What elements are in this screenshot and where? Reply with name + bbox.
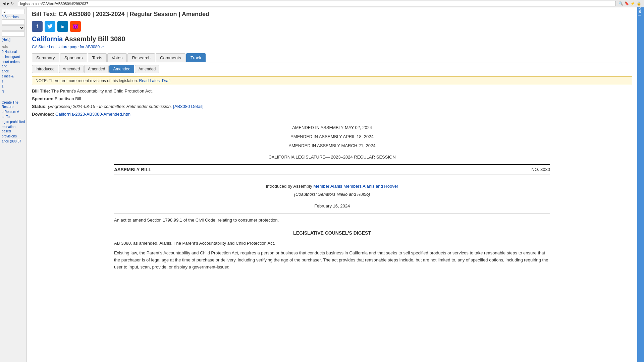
sidebar-searches-link[interactable]: 0 Searches [2,15,25,19]
browser-url-bar[interactable]: legiscan.com/CA/text/AB3080/id/2992037 [18,1,616,6]
sidebar-trending-court[interactable]: court orders and [2,60,25,68]
tab-texts[interactable]: Texts [88,53,107,62]
sidebar-trending-title: nds [2,45,25,49]
tab-research[interactable]: Research [127,53,155,62]
sidebar-bottom-7[interactable]: provisions [2,134,25,138]
spectrum-label: Spectrum: [32,96,53,101]
right-sidebar: Track [637,7,644,362]
sidebar-trending-ance[interactable]: ance [2,69,25,73]
download-link[interactable]: California-2023-AB3080-Amended.html [55,112,131,117]
intro-line-1: Introduced by Assembly Member Alanis Mem… [114,183,550,190]
amended-line-3: AMENDED IN ASSEMBLY MARCH 21, 2024 [114,142,550,149]
sidebar-trending-immigrant[interactable]: al immigrant [2,55,25,59]
sidebar-bottom-2[interactable]: o Restore A [2,110,25,114]
status-row: Status: (Engrossed) 2024-08-15 - In comm… [32,104,632,109]
facebook-share-button[interactable]: f [32,21,43,32]
spectrum-row: Spectrum: Bipartisan Bill [32,96,632,101]
sidebar-trending-s[interactable]: s [2,79,25,83]
bill-title-row: Bill Title: The Parent's Accountability … [32,88,632,94]
subtab-introduced[interactable]: Introduced [32,65,58,73]
sidebar-bottom-8[interactable]: ance (808 57 [2,139,25,143]
twitter-share-button[interactable] [45,21,55,32]
bill-document: AMENDED IN ASSEMBLY MAY 02, 2024 AMENDED… [114,124,550,270]
sidebar-trending-num[interactable]: 1 [2,84,25,88]
reddit-share-button[interactable]: 👿 [70,21,81,32]
bill-number-text: Assembly Bill 3080 [63,35,125,43]
tab-votes[interactable]: Votes [107,53,127,62]
subtab-amended-1[interactable]: Amended [59,65,84,73]
browser-forward-icon[interactable]: ▶ [7,1,9,6]
linkedin-share-button[interactable]: in [57,21,68,32]
tab-track[interactable]: Track [186,53,206,62]
members2-link[interactable]: Members Alanis and Hoover [343,184,398,189]
legislature-line: CALIFORNIA LEGISLATURE— 2023–2024 REGULA… [114,154,550,161]
main-tabs: Summary Sponsors Texts Votes Research Co… [32,53,632,62]
subtab-amended-4[interactable]: Amended [135,65,159,73]
sidebar-trending-section: nds 0 National al immigrant court orders… [2,45,25,94]
digest-line-1: AB 3080, as amended, Alanis. The Parent'… [114,240,550,247]
ab3080-detail-link[interactable]: [AB3080 Detail] [173,104,203,109]
page-title: Bill Text: CA AB3080 | 2023-2024 | Regul… [32,11,632,18]
sidebar-trending-rs[interactable]: rs [2,89,25,94]
bill-title-text: The Parent's Accountability and Child Pr… [51,88,153,94]
left-sidebar: 0 Searches [Help] nds 0 National al immi… [0,7,27,362]
separator-2 [114,213,550,214]
sidebar-select[interactable] [2,25,25,31]
main-content: Bill Text: CA AB3080 | 2023-2024 | Regul… [27,7,637,362]
coauthors-line: (Coauthors: Senators Niello and Rubio) [114,191,550,198]
track-sidebar-label[interactable]: Track [637,7,641,20]
note-bar: NOTE: There are more recent revisions of… [32,76,632,85]
tab-summary[interactable]: Summary [32,53,59,62]
separator-1 [32,121,632,121]
sidebar-search-input[interactable] [2,9,25,14]
sidebar-bottom-5[interactable]: rmination based [2,125,25,133]
sidebar-secondary-input[interactable] [2,19,25,24]
browser-reload-icon[interactable]: ↻ [11,1,14,6]
intro-by-text: Introduced by Assembly [266,184,312,189]
spectrum-value: Bipartisan Bill [55,96,81,101]
assembly-bill-label: ASSEMBLY BILL [114,166,151,173]
read-latest-draft-link[interactable]: Read Latest Draft [139,78,171,83]
amended-line-2: AMENDED IN ASSEMBLY APRIL 18, 2024 [114,133,550,140]
download-label: Download: [32,112,54,117]
browser-search-icon[interactable]: 🔍 [619,1,623,6]
bill-number: NO. 3080 [531,166,550,173]
act-text: An act to amend Section 1798.99.1 of the… [114,217,550,224]
sidebar-help-link[interactable]: [Help] [2,38,10,42]
sidebar-trending-elines[interactable]: elines & [2,74,25,78]
member1-link[interactable]: Member Alanis [313,184,342,189]
subtab-amended-3[interactable]: Amended [109,65,134,73]
browser-ext-icon1[interactable]: 🔖 [625,1,629,6]
bill-title-label: Bill Title: [32,88,50,94]
bill-doc-header: ASSEMBLY BILL NO. 3080 [114,164,550,175]
legislative-digest-title: LEGISLATIVE COUNSEL'S DIGEST [114,229,550,237]
bill-date-line: February 16, 2024 [114,203,550,210]
browser-ext-icon2[interactable]: ⚡ [631,1,635,6]
california-text: California [32,35,63,43]
sidebar-bottom-3[interactable]: es To... [2,115,25,119]
browser-ext-icon3[interactable]: 🔒 [637,1,641,6]
sidebar-bottom-section: Create The Restore o Restore A es To... … [2,100,25,143]
status-value: (Engrossed) 2024-08-15 - In committee: H… [48,104,204,109]
coauthors-text: (Coauthors: Senators Niello and Rubio) [294,192,370,197]
social-icons-row: f in 👿 [32,21,632,32]
browser-back-icon[interactable]: ◀ [3,1,5,6]
note-text: NOTE: There are more recent revisions of… [36,78,138,83]
download-row: Download: California-2023-AB3080-Amended… [32,112,632,117]
text-version-tabs: Introduced Amended Amended Amended Amend… [32,65,632,73]
digest-line-2: Existing law, the Parent's Accountabilit… [114,250,550,270]
browser-bar: ◀ ▶ ↻ legiscan.com/CA/text/AB3080/id/299… [0,0,644,7]
status-label: Status: [32,104,47,109]
subtab-amended-2[interactable]: Amended [84,65,109,73]
tab-sponsors[interactable]: Sponsors [60,53,87,62]
bill-heading: California Assembly Bill 3080 [32,35,632,43]
sidebar-bottom-1[interactable]: Create The Restore [2,100,25,109]
tab-comments[interactable]: Comments [156,53,185,62]
sidebar-trending-national[interactable]: 0 National [2,50,25,54]
sidebar-tertiary-input[interactable] [2,32,25,37]
browser-icons: 🔍 🔖 ⚡ 🔒 [619,1,641,6]
sidebar-search-section: 0 Searches [Help] [2,9,25,42]
amended-line-1: AMENDED IN ASSEMBLY MAY 02, 2024 [114,124,550,131]
ca-state-legislature-link[interactable]: CA State Legislature page for AB3080 ↗ [32,45,104,49]
sidebar-bottom-4[interactable]: ng to prohibited [2,120,25,124]
